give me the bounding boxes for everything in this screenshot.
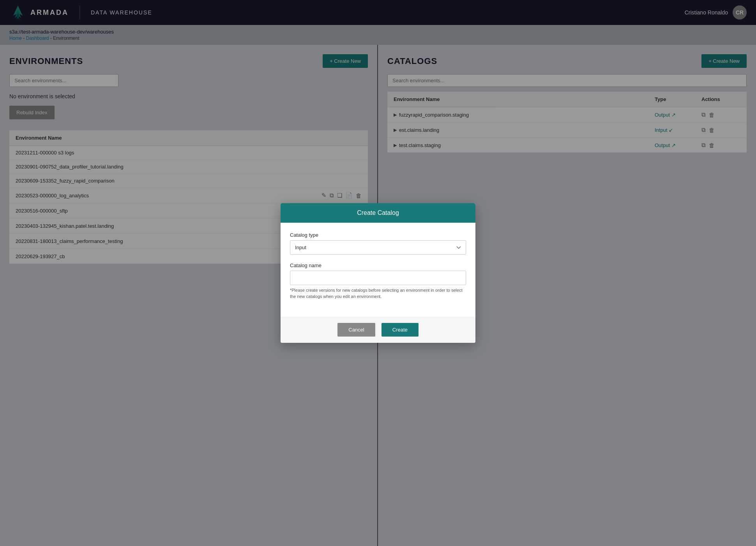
cancel-button[interactable]: Cancel	[337, 323, 375, 337]
catalog-type-group: Catalog type Input Output	[290, 232, 466, 255]
modal-header: Create Catalog	[281, 203, 475, 223]
catalog-type-label: Catalog type	[290, 232, 466, 238]
catalog-type-select[interactable]: Input Output	[290, 240, 466, 255]
catalog-name-label: Catalog name	[290, 262, 466, 268]
catalog-name-input[interactable]	[290, 271, 466, 285]
create-catalog-modal: Create Catalog Catalog type Input Output…	[281, 203, 475, 343]
catalog-name-hint: *Please create versions for new catalogs…	[290, 287, 466, 300]
modal-overlay: Create Catalog Catalog type Input Output…	[0, 0, 756, 546]
modal-footer: Cancel Create	[281, 317, 475, 343]
catalog-name-group: Catalog name *Please create versions for…	[290, 262, 466, 300]
modal-title: Create Catalog	[357, 209, 399, 216]
create-button[interactable]: Create	[382, 323, 419, 337]
modal-body: Catalog type Input Output Catalog name *…	[281, 223, 475, 317]
